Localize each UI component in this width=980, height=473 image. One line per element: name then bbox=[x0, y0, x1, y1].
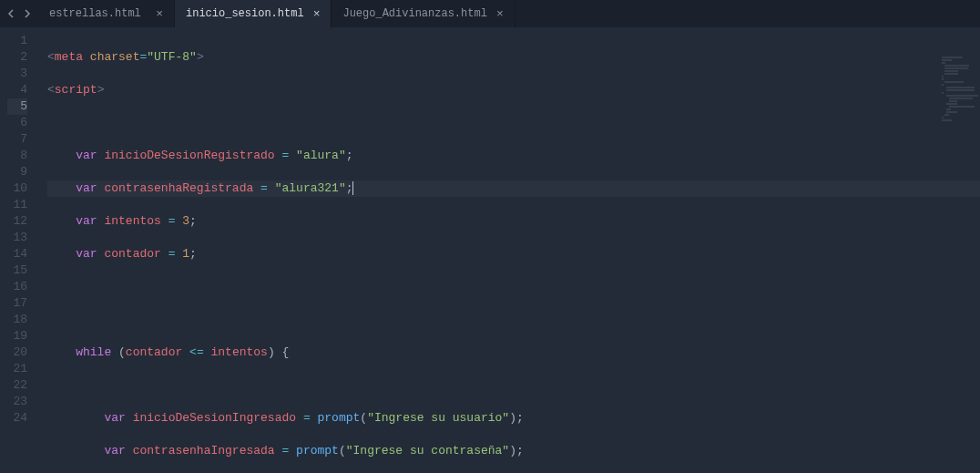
vertical-scrollbar[interactable] bbox=[969, 55, 980, 473]
line-number: 10 bbox=[7, 180, 27, 197]
line-number: 7 bbox=[7, 131, 27, 148]
line-number: 13 bbox=[7, 230, 27, 246]
line-number: 2 bbox=[7, 49, 27, 66]
code-line: var contrasenhaIngresada = prompt("Ingre… bbox=[47, 443, 980, 459]
code-area[interactable]: <meta charset="UTF-8"> <script> var inic… bbox=[38, 27, 980, 473]
tab-label: Juego_Adivinanzas.html bbox=[342, 7, 486, 20]
line-number: 21 bbox=[7, 361, 27, 377]
line-number: 4 bbox=[7, 82, 27, 98]
line-number: 19 bbox=[7, 328, 27, 344]
code-line: <meta charset="UTF-8"> bbox=[47, 49, 980, 66]
line-number: 8 bbox=[7, 148, 27, 164]
line-number: 20 bbox=[7, 344, 27, 361]
code-line: var contrasenhaRegistrada = "alura321"; bbox=[47, 180, 980, 197]
tab-label: estrellas.html bbox=[49, 7, 141, 20]
code-line bbox=[47, 312, 980, 328]
tab-bar: estrellas.html × inicio_sesion.html × Ju… bbox=[0, 0, 980, 27]
tab-prev-icon[interactable] bbox=[5, 7, 18, 20]
code-line: var contador = 1; bbox=[47, 246, 980, 262]
tab-juego-adivinanzas[interactable]: Juego_Adivinanzas.html × bbox=[332, 0, 515, 27]
line-number: 11 bbox=[7, 197, 27, 213]
gutter: 1 2 3 4 5 6 7 8 9 10 11 12 13 14 15 16 1… bbox=[0, 27, 38, 473]
close-icon[interactable]: × bbox=[496, 7, 504, 21]
tab-estrellas[interactable]: estrellas.html × bbox=[38, 0, 175, 27]
tab-nav bbox=[0, 0, 38, 27]
code-line: var inicioDeSesionIngresado = prompt("In… bbox=[47, 410, 980, 427]
code-line: var intentos = 3; bbox=[47, 213, 980, 230]
line-number: 16 bbox=[7, 279, 27, 295]
code-line: var inicioDeSesionRegistrado = "alura"; bbox=[47, 148, 980, 164]
line-number: 9 bbox=[7, 164, 27, 180]
line-number: 5 bbox=[7, 98, 27, 115]
close-icon[interactable]: × bbox=[156, 7, 163, 21]
line-number: 18 bbox=[7, 312, 27, 328]
line-number: 3 bbox=[7, 66, 27, 82]
line-number: 1 bbox=[7, 33, 27, 49]
code-line: while (contador <= intentos) { bbox=[47, 344, 980, 361]
code-line: <script> bbox=[47, 82, 980, 98]
line-number: 22 bbox=[7, 377, 27, 394]
tab-inicio-sesion[interactable]: inicio_sesion.html × bbox=[175, 0, 332, 27]
line-number: 23 bbox=[7, 394, 27, 410]
code-line bbox=[47, 115, 980, 131]
line-number: 6 bbox=[7, 115, 27, 131]
line-number: 24 bbox=[7, 410, 27, 427]
code-line bbox=[47, 377, 980, 394]
line-number: 14 bbox=[7, 246, 27, 262]
line-number: 15 bbox=[7, 262, 27, 279]
close-icon[interactable]: × bbox=[313, 7, 321, 21]
cursor bbox=[352, 181, 353, 195]
line-number: 12 bbox=[7, 213, 27, 230]
editor: 1 2 3 4 5 6 7 8 9 10 11 12 13 14 15 16 1… bbox=[0, 27, 980, 473]
tab-next-icon[interactable] bbox=[20, 7, 33, 20]
tab-label: inicio_sesion.html bbox=[186, 7, 304, 20]
line-number: 17 bbox=[7, 295, 27, 312]
code-line bbox=[47, 279, 980, 295]
